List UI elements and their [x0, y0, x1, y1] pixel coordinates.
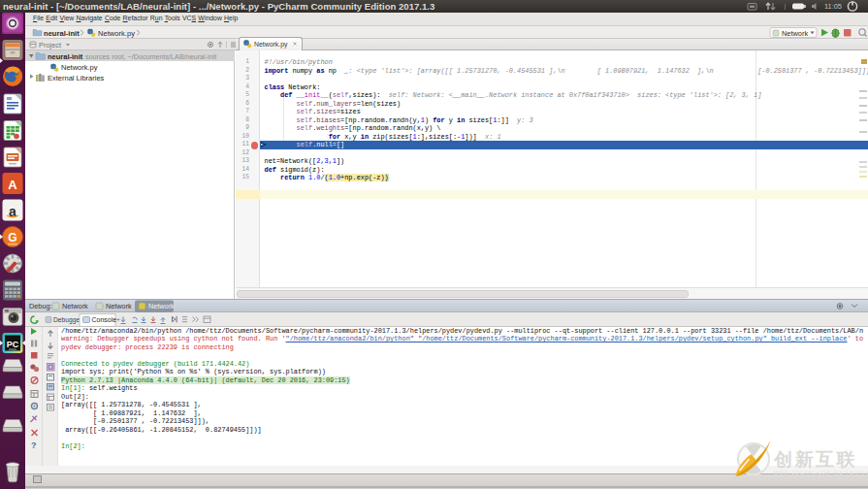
svg-text:11:05: 11:05 [824, 2, 842, 11]
svg-text:PC: PC [7, 340, 19, 349]
svg-text:Network.py: Network.py [254, 41, 288, 49]
svg-text:Project: Project [39, 41, 61, 49]
svg-text:?: ? [31, 440, 37, 450]
svg-text:Network: Network [148, 302, 175, 310]
svg-text:neural-init: neural-init [48, 52, 83, 61]
svg-text:WWW.CDCXHL.COM 创新互联科技有限公司: WWW.CDCXHL.COM 创新互联科技有限公司 [774, 470, 868, 475]
svg-text:Debugger: Debugger [53, 316, 82, 324]
svg-text:Network: Network [782, 29, 808, 38]
svg-text:Network: Network [106, 302, 132, 310]
svg-text:External Libraries: External Libraries [48, 74, 105, 82]
svg-text:Network.py: Network.py [61, 63, 98, 72]
svg-text:A: A [8, 178, 17, 192]
svg-text:Console: Console [92, 316, 117, 323]
svg-text:Network.py: Network.py [98, 29, 135, 38]
svg-text:neural-init: neural-init [44, 29, 80, 38]
svg-text:创新互联: 创新互联 [773, 449, 857, 470]
svg-text:G: G [8, 231, 16, 244]
svg-text:Network: Network [62, 302, 88, 310]
svg-text:Debug:: Debug: [29, 302, 52, 310]
svg-text:sources root, ~/Documents/LAB/: sources root, ~/Documents/LAB/neural-ini… [85, 52, 216, 61]
